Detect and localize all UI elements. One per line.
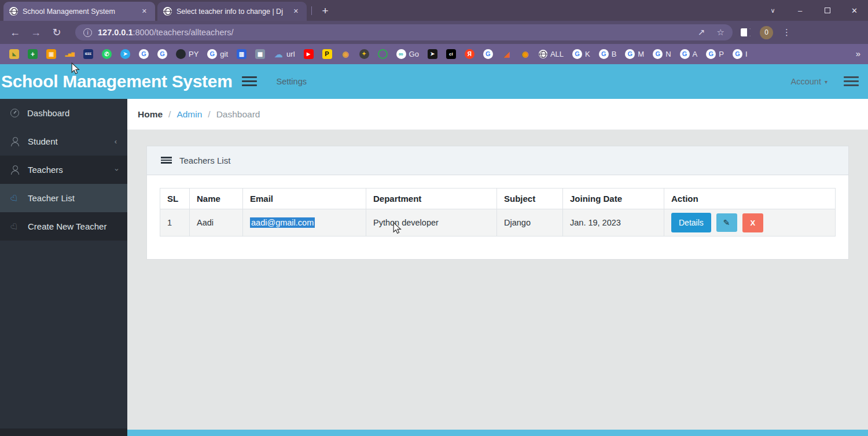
cl-icon: cl [446, 49, 456, 59]
bookmark-google-p[interactable]: GP [706, 49, 724, 59]
eagle-icon: ➤ [428, 49, 437, 59]
google-k-icon: G [572, 49, 582, 59]
reload-icon[interactable]: ↻ [46, 26, 67, 39]
breadcrumb-admin-link[interactable]: Admin [176, 109, 202, 120]
share-icon[interactable]: ↗ [698, 27, 705, 38]
restore-icon [825, 8, 830, 13]
header-menu-icon[interactable] [844, 76, 859, 87]
address-bar[interactable]: i 127.0.0.1:8000/teachers/allteachers/ ↗… [75, 24, 733, 40]
browser-menu-icon[interactable]: ⋮ [782, 27, 791, 38]
bookmark-bank[interactable]: ▦ [255, 49, 265, 59]
bookmark-green-ring[interactable] [378, 49, 388, 59]
close-window-button[interactable]: ✕ [841, 0, 868, 21]
nav-settings[interactable]: Settings [277, 77, 307, 86]
bookmark-adsense[interactable]: ◣ [9, 49, 19, 59]
sidebar-item-dashboard[interactable]: Dashboard [0, 99, 127, 127]
sidebar-footer [0, 428, 127, 436]
bookmark-cloud-url[interactable]: ☁url [274, 49, 295, 59]
bookmark-label: ALL [550, 50, 564, 58]
bookmark-google-git[interactable]: Ggit [207, 49, 228, 59]
bookmark-analytics[interactable]: ▂▅▇ [65, 49, 75, 59]
site-info-icon[interactable]: i [83, 28, 92, 37]
youtube-icon: ▶ [304, 49, 314, 59]
bookmark-film[interactable]: ◉ [341, 49, 351, 59]
app-brand-title: School Management System [1, 72, 233, 91]
google-m-icon: G [625, 49, 635, 59]
sidebar-item-teacher-list[interactable]: ♡ Teacher List [0, 184, 127, 212]
bookmark-blue-card[interactable]: ▥ [237, 49, 247, 59]
sidebar-item-teachers[interactable]: Teachers ‹ [0, 156, 127, 184]
bookmark-google-a[interactable]: GA [680, 49, 698, 59]
column-joining-date: Joining Date [563, 189, 664, 209]
sidebar-item-label: Student [28, 136, 58, 146]
ieee-icon: IEEE [83, 49, 93, 59]
bookmark-google-k[interactable]: GK [572, 49, 590, 59]
bookmark-github-py[interactable]: PY [176, 49, 198, 59]
account-dropdown[interactable]: Account ▾ [791, 77, 827, 86]
bookmark-whatsapp[interactable]: ✆ [102, 49, 112, 59]
bookmark-eye[interactable]: ◉ [520, 49, 530, 59]
google-b-icon: G [599, 49, 609, 59]
bookmarks-overflow-icon[interactable]: » [856, 49, 860, 58]
bookmark-star-icon[interactable]: ☆ [717, 27, 724, 38]
breadcrumb-home[interactable]: Home [138, 109, 163, 120]
green-ring-icon [378, 49, 388, 59]
tab-close-icon[interactable]: ✕ [291, 6, 301, 16]
url-path: :8000/teachers/allteachers/ [133, 28, 233, 37]
tab-favicon-globe-icon [9, 7, 18, 16]
delete-button[interactable]: X [742, 213, 764, 232]
table-header-row: SL Name Email Department Subject Joining… [160, 189, 836, 209]
bookmark-google-n[interactable]: GN [653, 49, 671, 59]
bookmark-google-b[interactable]: GB [599, 49, 617, 59]
yandex-icon: Я [465, 49, 475, 59]
forward-icon[interactable]: → [25, 27, 46, 39]
bookmark-google-m[interactable]: GM [625, 49, 644, 59]
side-panel-icon[interactable] [741, 28, 751, 36]
bookmark-google-i[interactable]: GI [733, 49, 748, 59]
bookmark-google-3[interactable]: G [483, 49, 493, 59]
minimize-button[interactable]: – [786, 0, 814, 21]
bookmark-matlab[interactable]: ◢ [502, 49, 512, 59]
sidebar-toggle-icon[interactable] [242, 76, 257, 87]
bookmark-ieee[interactable]: IEEE [83, 49, 93, 59]
new-tab-button[interactable]: + [317, 3, 333, 19]
url-host: 127.0.0.1 [98, 28, 133, 37]
google-a-icon: G [680, 49, 690, 59]
bookmark-p-yellow[interactable]: P [322, 49, 332, 59]
bookmark-cl[interactable]: cl [446, 49, 456, 59]
google-git-icon: G [207, 49, 217, 59]
column-sl: SL [160, 189, 190, 209]
sidebar-item-label: Teachers [28, 165, 63, 175]
tab-search-chevron-icon[interactable]: ∨ [759, 0, 786, 21]
breadcrumb-separator: / [208, 109, 210, 120]
browser-tabstrip: School Management System ✕ Select teache… [0, 0, 868, 21]
bookmark-google-1[interactable]: G [139, 49, 149, 59]
main-content: Home / Admin / Dashboard Teachers List S… [127, 99, 868, 436]
bookmark-cart[interactable]: ✦ [359, 49, 369, 59]
profile-avatar[interactable]: 0 [760, 26, 773, 39]
sidebar-item-create-new-teacher[interactable]: ♡ Create New Teacher [0, 212, 127, 241]
bookmark-yandex[interactable]: Я [465, 49, 475, 59]
bookmark-orange-app[interactable]: ▣ [46, 49, 56, 59]
tab-select-teacher[interactable]: Select teacher info to change | Dj ✕ [157, 2, 307, 21]
bookmark-telegram[interactable]: ➤ [120, 49, 130, 59]
back-icon[interactable]: ← [5, 27, 25, 39]
tab-close-icon[interactable]: ✕ [139, 6, 149, 16]
bookmark-godaddy[interactable]: ∞Go [396, 49, 419, 59]
bookmark-google-2[interactable]: G [157, 49, 167, 59]
eye-icon: ◉ [520, 49, 530, 59]
bookmark-green-plus[interactable]: + [28, 49, 38, 59]
restore-button[interactable] [814, 0, 841, 21]
screen: School Management System ✕ Select teache… [0, 0, 868, 436]
details-button[interactable]: Details [671, 213, 711, 232]
bookmark-youtube[interactable]: ▶ [304, 49, 314, 59]
orange-app-icon: ▣ [46, 49, 56, 59]
edit-button[interactable]: ✎ [716, 213, 737, 232]
bookmark-globe-all[interactable]: ALL [539, 50, 564, 58]
sidebar-item-student[interactable]: Student ‹ [0, 127, 127, 156]
breadcrumb-separator: / [168, 109, 171, 120]
p-yellow-icon: P [322, 49, 332, 59]
tab-school-management[interactable]: School Management System ✕ [3, 2, 155, 21]
bookmark-eagle[interactable]: ➤ [428, 49, 437, 59]
breadcrumb: Home / Admin / Dashboard [127, 99, 868, 130]
